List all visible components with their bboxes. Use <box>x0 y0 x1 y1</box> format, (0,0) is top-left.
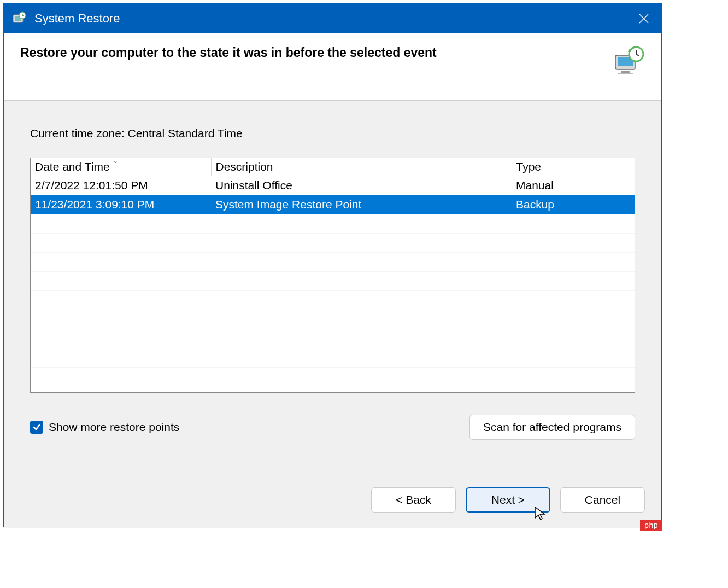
table-cell: 2/7/2022 12:01:50 PM <box>31 176 211 195</box>
table-row-empty <box>31 329 635 348</box>
table-cell: Backup <box>512 195 635 214</box>
restore-points-table: Date and Time ⌄ Description Type 2/7/202… <box>30 158 635 393</box>
sort-descending-icon: ⌄ <box>113 158 118 165</box>
column-header-description[interactable]: Description <box>211 158 512 176</box>
checkbox-label: Show more restore points <box>49 421 179 434</box>
next-button[interactable]: Next > <box>466 487 550 513</box>
table-header-row: Date and Time ⌄ Description Type <box>31 158 635 176</box>
table-row-empty <box>31 272 635 291</box>
table-row[interactable]: 11/23/2021 3:09:10 PMSystem Image Restor… <box>31 195 635 214</box>
table-row-empty <box>31 234 635 253</box>
column-header-date[interactable]: Date and Time ⌄ <box>31 158 211 176</box>
bottom-controls: Show more restore points Scan for affect… <box>30 415 635 440</box>
restore-computer-icon <box>612 45 645 78</box>
cancel-button[interactable]: Cancel <box>560 487 645 513</box>
system-restore-window: System Restore Restore your computer to … <box>3 3 662 527</box>
svg-rect-6 <box>618 73 633 74</box>
table-row-empty <box>31 348 635 368</box>
watermark: php <box>640 520 662 531</box>
table-row-empty <box>31 214 635 234</box>
table-cell: System Image Restore Point <box>211 195 512 214</box>
header-section: Restore your computer to the state it wa… <box>4 33 661 101</box>
checkmark-icon <box>33 423 40 431</box>
checkbox-icon <box>30 421 43 434</box>
close-icon <box>638 13 649 24</box>
wizard-footer: < Back Next > Cancel <box>4 473 661 527</box>
timezone-label: Current time zone: Central Standard Time <box>30 127 635 140</box>
table-cell: Manual <box>512 176 635 195</box>
table-cell: Uninstall Office <box>211 176 512 195</box>
show-more-checkbox[interactable]: Show more restore points <box>30 421 179 434</box>
column-label: Date and Time <box>35 160 110 173</box>
table-cell: 11/23/2021 3:09:10 PM <box>31 195 211 214</box>
close-button[interactable] <box>633 8 655 30</box>
table-row[interactable]: 2/7/2022 12:01:50 PMUninstall OfficeManu… <box>31 176 635 195</box>
content-section: Current time zone: Central Standard Time… <box>4 101 661 473</box>
table-row-empty <box>31 253 635 272</box>
svg-rect-5 <box>621 71 630 73</box>
table-row-empty <box>31 368 635 387</box>
page-title: Restore your computer to the state it wa… <box>20 45 601 60</box>
window-title: System Restore <box>34 11 633 26</box>
titlebar: System Restore <box>4 4 661 33</box>
system-restore-icon <box>10 10 28 27</box>
back-button[interactable]: < Back <box>371 487 456 513</box>
table-row-empty <box>31 291 635 310</box>
table-row-empty <box>31 310 635 329</box>
scan-affected-programs-button[interactable]: Scan for affected programs <box>469 415 635 440</box>
column-header-type[interactable]: Type <box>512 158 635 176</box>
